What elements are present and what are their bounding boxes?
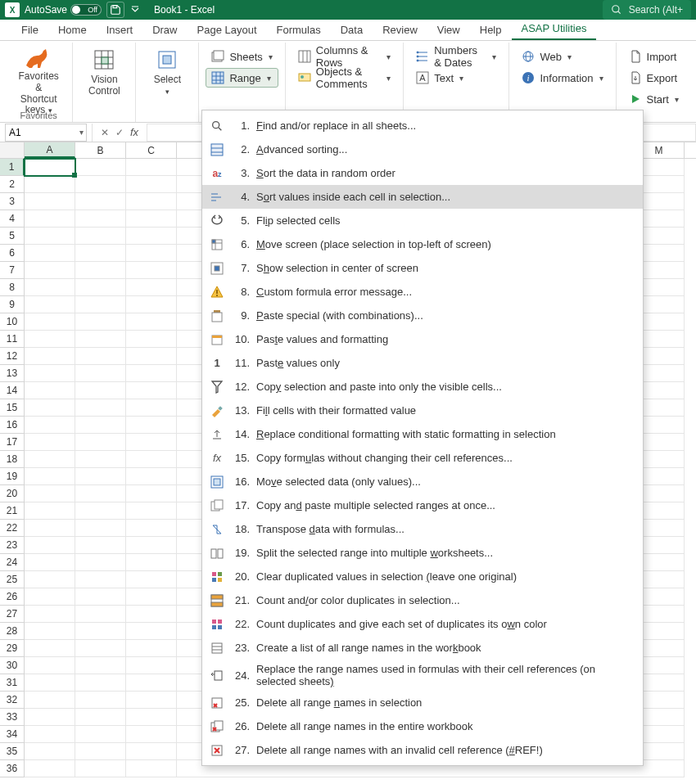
objects-comments-button[interactable]: Objects & Comments▾ (292, 68, 396, 88)
cell[interactable] (126, 554, 177, 571)
text-button[interactable]: A Text▾ (410, 68, 502, 88)
tab-help[interactable]: Help (470, 20, 512, 40)
cell[interactable] (75, 554, 126, 571)
cell[interactable] (75, 245, 126, 262)
cell[interactable] (75, 193, 126, 210)
cancel-fx[interactable]: ✕ (97, 125, 112, 140)
cell[interactable] (75, 313, 126, 331)
cell[interactable] (75, 588, 126, 606)
fx-button[interactable]: fx (127, 125, 142, 140)
row-header-20[interactable]: 20 (0, 485, 25, 502)
cell[interactable] (75, 640, 126, 657)
menu-item-8[interactable]: 8.Custom formula error message... (202, 280, 643, 304)
cell[interactable] (126, 262, 177, 279)
menu-item-16[interactable]: 16.Move selected data (only values)... (202, 470, 643, 493)
cell[interactable] (126, 279, 177, 296)
col-header-C[interactable]: C (126, 142, 177, 158)
cell[interactable] (25, 674, 75, 692)
cell[interactable] (126, 743, 177, 760)
menu-item-20[interactable]: 20.Clear duplicated values in selection … (202, 565, 643, 588)
cell[interactable] (126, 365, 177, 382)
cell[interactable] (25, 537, 75, 554)
cell[interactable] (25, 193, 75, 210)
cell[interactable] (25, 313, 75, 331)
cell[interactable] (25, 657, 75, 674)
start-button[interactable]: Start▾ (623, 89, 685, 109)
cell[interactable] (75, 485, 126, 502)
row-header-23[interactable]: 23 (0, 537, 25, 554)
row-header-32[interactable]: 32 (0, 692, 25, 709)
row-header-10[interactable]: 10 (0, 313, 25, 331)
row-header-28[interactable]: 28 (0, 623, 25, 640)
menu-item-26[interactable]: 26.Delete all range names in the entire … (202, 714, 643, 738)
cell[interactable] (25, 485, 75, 502)
menu-item-17[interactable]: 17.Copy and paste multiple selected rang… (202, 493, 643, 517)
row-header-30[interactable]: 30 (0, 657, 25, 674)
tab-draw[interactable]: Draw (142, 20, 187, 40)
cell[interactable] (25, 743, 75, 760)
row-header-26[interactable]: 26 (0, 588, 25, 606)
menu-item-5[interactable]: 5.Flip selected cells (202, 209, 643, 232)
row-header-35[interactable]: 35 (0, 743, 25, 760)
export-button[interactable]: Export (623, 68, 685, 88)
cell[interactable] (75, 606, 126, 623)
cell[interactable] (126, 434, 177, 451)
information-button[interactable]: i Information▾ (516, 68, 608, 88)
row-header-21[interactable]: 21 (0, 502, 25, 520)
cell[interactable] (126, 520, 177, 537)
row-header-16[interactable]: 16 (0, 417, 25, 434)
cell[interactable] (75, 434, 126, 451)
web-button[interactable]: Web▾ (516, 47, 608, 66)
menu-item-21[interactable]: 21.Count and/or color duplicates in sele… (202, 588, 643, 612)
cell[interactable] (126, 313, 177, 331)
cell[interactable] (75, 468, 126, 485)
cell[interactable] (75, 537, 126, 554)
cell[interactable] (75, 365, 126, 382)
cell[interactable] (25, 296, 75, 313)
row-header-15[interactable]: 15 (0, 399, 25, 417)
cell[interactable] (126, 382, 177, 399)
favorites-button[interactable]: Favorites &Shortcut keys ▾ (11, 44, 66, 103)
menu-item-12[interactable]: 12.Copy selection and paste into only th… (202, 375, 643, 399)
cell[interactable] (126, 210, 177, 228)
import-button[interactable]: Import (623, 47, 685, 66)
cell[interactable] (126, 760, 177, 777)
cell[interactable] (75, 228, 126, 245)
cell[interactable] (126, 571, 177, 588)
save-button[interactable] (106, 2, 124, 18)
cell[interactable] (126, 451, 177, 468)
cell[interactable] (75, 726, 126, 743)
select-button[interactable]: Select▾ (142, 44, 192, 103)
cell[interactable] (75, 709, 126, 726)
tab-review[interactable]: Review (373, 20, 427, 40)
cell[interactable] (126, 537, 177, 554)
row-header-25[interactable]: 25 (0, 571, 25, 588)
tab-data[interactable]: Data (331, 20, 373, 40)
cell[interactable] (25, 606, 75, 623)
tab-home[interactable]: Home (48, 20, 97, 40)
cell[interactable] (75, 399, 126, 417)
cell[interactable] (25, 468, 75, 485)
cell[interactable] (126, 159, 177, 176)
chevron-down-icon[interactable]: ▾ (79, 128, 84, 137)
cell[interactable] (126, 399, 177, 417)
row-header-11[interactable]: 11 (0, 331, 25, 348)
row-header-29[interactable]: 29 (0, 640, 25, 657)
menu-item-14[interactable]: 14.Replace conditional formatting with s… (202, 422, 643, 446)
menu-item-24[interactable]: 24.Replace the range names used in formu… (202, 660, 643, 691)
cell[interactable] (126, 348, 177, 365)
tab-asap-utilities[interactable]: ASAP Utilities (512, 18, 597, 40)
cell[interactable] (25, 760, 75, 777)
row-header-22[interactable]: 22 (0, 520, 25, 537)
select-all-corner[interactable] (0, 142, 25, 158)
cell[interactable] (126, 331, 177, 348)
cell[interactable] (126, 468, 177, 485)
menu-item-15[interactable]: fx15.Copy formulas without changing thei… (202, 446, 643, 470)
cell[interactable] (25, 245, 75, 262)
cell[interactable] (126, 657, 177, 674)
cell[interactable] (126, 485, 177, 502)
row-header-7[interactable]: 7 (0, 262, 25, 279)
cell[interactable] (126, 228, 177, 245)
tab-file[interactable]: File (11, 20, 48, 40)
menu-item-10[interactable]: 10.Paste values and formatting (202, 327, 643, 351)
